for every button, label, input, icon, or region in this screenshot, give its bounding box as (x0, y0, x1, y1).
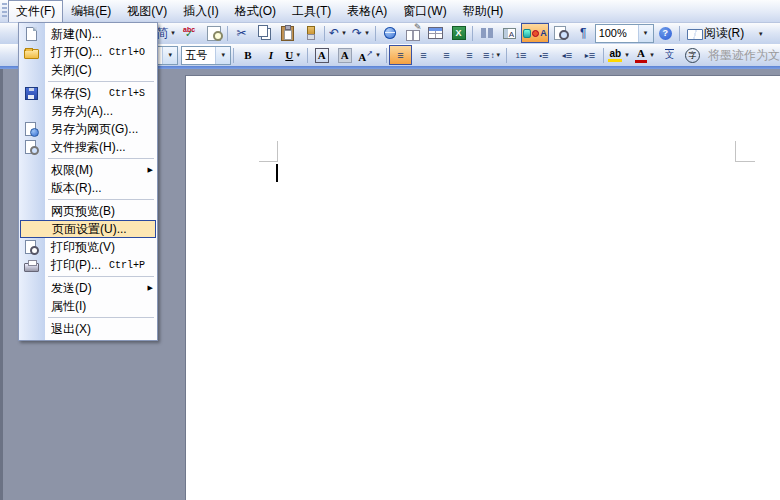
chevron-down-icon[interactable]: ▾ (374, 51, 382, 59)
file-menu-item-save[interactable]: 保存(S) Ctrl+S (19, 84, 157, 102)
decrease-indent-button[interactable]: ◂ ≡ (555, 45, 578, 65)
character-scale-button[interactable]: A↗ ▾ (356, 45, 384, 65)
menu-edit[interactable]: 编辑(E) (63, 0, 119, 22)
menu-tools[interactable]: 工具(T) (284, 0, 339, 22)
chevron-down-icon[interactable]: ▾ (363, 29, 371, 37)
italic-button[interactable]: I (259, 45, 282, 65)
enclosed-character-icon: 字 (685, 48, 700, 63)
underline-button[interactable]: U ▾ (282, 45, 305, 65)
columns-icon (481, 28, 493, 38)
toolbar-separator (227, 26, 228, 41)
copy-button[interactable] (253, 23, 276, 43)
drawing-toolbar-toggle-button[interactable]: A (521, 23, 549, 43)
columns-button[interactable] (475, 23, 498, 43)
chevron-down-icon[interactable]: ▾ (215, 47, 230, 64)
chevron-down-icon[interactable]: ▾ (162, 47, 177, 64)
menu-format[interactable]: 格式(O) (227, 0, 284, 22)
font-color-icon: A (635, 47, 647, 63)
submenu-arrow-icon: ▶ (148, 166, 153, 174)
insert-excel-worksheet-button[interactable]: X (447, 23, 470, 43)
tables-and-borders-button[interactable] (401, 23, 424, 43)
increase-indent-button[interactable]: ▸ ≡ (578, 45, 601, 65)
file-menu-item-open[interactable]: 打开(O)... Ctrl+O (19, 43, 157, 61)
undo-button[interactable]: ↶ ▾ (327, 23, 350, 43)
undo-icon: ↶ (329, 26, 339, 40)
chevron-down-icon[interactable]: ▾ (340, 29, 348, 37)
toolbar-separator (386, 48, 387, 63)
file-menu-item-save-as-webpage[interactable]: 另存为网页(G)... (19, 120, 157, 138)
bold-icon: B (244, 49, 251, 62)
chevron-down-icon[interactable]: ▾ (638, 25, 653, 42)
numbered-list-icon: 1 (515, 51, 518, 60)
font-size-combobox[interactable]: 五号 ▾ (181, 46, 231, 65)
distribute-button[interactable]: ≡ (458, 45, 481, 65)
file-search-icon (25, 140, 36, 154)
zoom-combobox[interactable]: 100% ▾ (595, 24, 654, 43)
table-grid-icon (428, 27, 443, 39)
bullets-button[interactable]: • ≡ (532, 45, 555, 65)
line-spacing-icon: ≡ (483, 49, 489, 61)
toolbar-separator (375, 26, 376, 41)
chevron-down-icon[interactable]: ▾ (494, 51, 502, 59)
menu-help[interactable]: 帮助(H) (455, 0, 512, 22)
phonetic-guide-button[interactable]: 文 (658, 45, 681, 65)
font-color-button[interactable]: A ▾ (633, 45, 658, 65)
highlight-button[interactable]: ab ▾ (606, 45, 633, 65)
align-center-button[interactable]: ≡ (412, 45, 435, 65)
line-spacing-button[interactable]: ≡ ↕ ▾ (481, 45, 504, 65)
file-menu-item-file-search[interactable]: 文件搜索(H)... (19, 138, 157, 156)
menu-insert[interactable]: 插入(I) (175, 0, 226, 22)
paste-icon (281, 26, 294, 41)
chevron-down-icon[interactable]: ▾ (169, 29, 177, 37)
help-button[interactable]: ? (654, 23, 677, 43)
align-right-button[interactable]: ≡ (435, 45, 458, 65)
file-menu-item-save-as[interactable]: 另存为(A)... (19, 102, 157, 120)
align-left-button[interactable]: ≡ (389, 45, 412, 65)
redo-button[interactable]: ↷ ▾ (350, 23, 373, 43)
show-hide-marks-button[interactable]: ¶ (572, 23, 595, 43)
zoom-preview-button[interactable] (549, 23, 572, 43)
paste-button[interactable] (276, 23, 299, 43)
file-menu-item-exit[interactable]: 退出(X) (19, 320, 157, 338)
file-menu-item-permission[interactable]: 权限(M) ▶ (19, 161, 157, 179)
file-menu-item-web-page-preview[interactable]: 网页预览(B) (19, 202, 157, 220)
bold-button[interactable]: B (236, 45, 259, 65)
character-border-button[interactable]: A (310, 45, 333, 65)
shortcut-label: Ctrl+O (109, 47, 157, 58)
reading-mode-button[interactable]: 阅读(R) (682, 23, 750, 43)
toolbar-separator (679, 26, 680, 41)
chevron-down-icon[interactable]: ▾ (623, 51, 631, 59)
menu-table[interactable]: 表格(A) (339, 0, 395, 22)
file-menu-item-new[interactable]: 新建(N)... (19, 25, 157, 43)
file-menu-item-properties[interactable]: 属性(I) (19, 297, 157, 315)
printer-icon (24, 263, 39, 272)
document-page[interactable] (185, 75, 780, 500)
cut-button[interactable]: ✂ (230, 23, 253, 43)
chevron-down-icon[interactable]: ▾ (294, 51, 302, 59)
menubar-grip-handle[interactable] (2, 3, 7, 19)
insert-table-button[interactable] (424, 23, 447, 43)
numbering-button[interactable]: 1 ≡ (509, 45, 532, 65)
character-shading-button[interactable]: A (333, 45, 356, 65)
file-menu-item-print-preview[interactable]: 打印预览(V) (19, 238, 157, 256)
file-menu-item-page-setup[interactable]: 页面设置(U)... (20, 220, 156, 238)
chevron-down-icon[interactable]: ▾ (648, 51, 656, 59)
menu-window[interactable]: 窗口(W) (395, 0, 454, 22)
hyperlink-globe-icon (384, 27, 396, 39)
spelling-grammar-button[interactable]: abc (179, 23, 202, 43)
insert-hyperlink-button[interactable] (378, 23, 401, 43)
file-menu-item-send-to[interactable]: 发送(D) ▶ (19, 279, 157, 297)
align-right-icon: ≡ (443, 49, 449, 61)
toolbar-options-button[interactable]: ▾ (749, 23, 772, 43)
enclosed-character-button[interactable]: 字 (681, 45, 704, 65)
file-menu-item-close[interactable]: 关闭(C) (19, 61, 157, 79)
research-button[interactable] (202, 23, 225, 43)
format-painter-button[interactable] (299, 23, 322, 43)
menu-view[interactable]: 视图(V) (119, 0, 175, 22)
align-left-icon: ≡ (397, 49, 403, 61)
file-menu-item-versions[interactable]: 版本(R)... (19, 179, 157, 197)
toolbar-separator (506, 48, 507, 63)
menu-file[interactable]: 文件(F) (8, 0, 63, 22)
file-menu-item-print[interactable]: 打印(P)... Ctrl+P (19, 256, 157, 274)
document-map-button[interactable]: A (498, 23, 521, 43)
